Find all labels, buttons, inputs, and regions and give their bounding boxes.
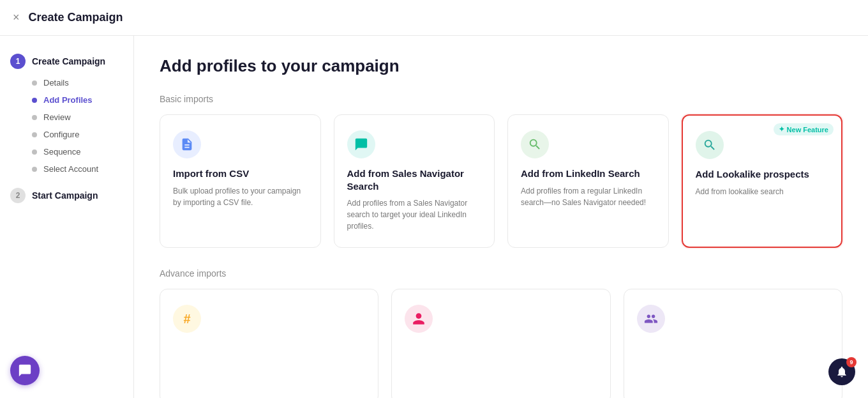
step-2-header: 2 Start Campaign	[0, 183, 133, 208]
new-feature-text: New Feature	[787, 126, 828, 134]
notification-badge: 9	[846, 357, 857, 367]
chat-bubble-icon	[354, 137, 368, 151]
add-profiles-dot	[32, 98, 37, 103]
top-header: × Create Campaign	[0, 0, 868, 36]
card-lookalike[interactable]: ✦ New Feature Add Lookalike prospects Ad…	[682, 114, 843, 248]
hashtag-icon: #	[173, 305, 201, 333]
sequence-label: Sequence	[43, 147, 81, 157]
csv-card-title: Import from CSV	[173, 167, 308, 180]
step-1-label: Create Campaign	[32, 56, 105, 66]
details-dot	[32, 80, 37, 86]
sales-nav-card-desc: Add profiles from a Sales Navigator sear…	[347, 197, 482, 232]
close-icon[interactable]: ×	[13, 11, 20, 24]
select-account-dot	[32, 167, 37, 172]
basic-imports-grid: Import from CSV Bulk upload profiles to …	[160, 114, 842, 248]
card-hashtag[interactable]: #	[160, 289, 378, 398]
advance-imports-label: Advance imports	[160, 268, 842, 279]
card-csv[interactable]: Import from CSV Bulk upload profiles to …	[160, 114, 321, 248]
new-feature-badge: ✦ New Feature	[774, 123, 834, 135]
add-profiles-label: Add Profiles	[43, 95, 93, 105]
lookalike-card-desc: Add from lookalike search	[696, 186, 829, 197]
search-icon	[528, 137, 542, 151]
lookalike-search-icon	[703, 138, 717, 152]
step-2-label: Start Campaign	[32, 190, 98, 201]
linkedin-search-icon	[521, 130, 549, 158]
linkedin-card-title: Add from LinkedIn Search	[521, 167, 655, 180]
bell-icon	[835, 365, 848, 378]
page-title: Add profiles to your campaign	[160, 56, 842, 76]
lookalike-card-title: Add Lookalike prospects	[696, 168, 829, 181]
sidebar-item-details[interactable]: Details	[32, 74, 133, 91]
advance-2-icon	[405, 305, 433, 333]
group-icon	[644, 312, 658, 326]
lookalike-icon	[696, 131, 724, 159]
sidebar-item-add-profiles[interactable]: Add Profiles	[32, 91, 133, 109]
sidebar: 1 Create Campaign Details Add Profiles R…	[0, 36, 134, 398]
step-2-number: 2	[10, 188, 26, 203]
configure-dot	[32, 132, 37, 137]
advance-3-icon	[637, 305, 665, 333]
csv-icon	[173, 130, 201, 158]
select-account-label: Select Account	[43, 164, 98, 174]
step-1-group: 1 Create Campaign Details Add Profiles R…	[0, 49, 133, 178]
configure-label: Configure	[43, 130, 79, 139]
card-advance-2[interactable]	[391, 289, 610, 398]
step-2-group: 2 Start Campaign	[0, 183, 133, 208]
sidebar-item-configure[interactable]: Configure	[32, 126, 133, 143]
star-icon: ✦	[779, 125, 784, 134]
step-1-header: 1 Create Campaign	[0, 49, 133, 74]
basic-imports-label: Basic imports	[160, 94, 842, 104]
sequence-dot	[32, 149, 37, 155]
notification-bell-button[interactable]: 9	[828, 358, 855, 385]
sidebar-item-sequence[interactable]: Sequence	[32, 143, 133, 160]
card-advance-3[interactable]	[624, 289, 842, 398]
chat-icon	[18, 364, 32, 378]
header-title: Create Campaign	[29, 11, 123, 24]
main-layout: 1 Create Campaign Details Add Profiles R…	[0, 36, 868, 398]
person-icon	[412, 312, 426, 326]
review-dot	[32, 115, 37, 120]
card-linkedin-search[interactable]: Add from LinkedIn Search Add profiles fr…	[507, 114, 669, 248]
sidebar-item-select-account[interactable]: Select Account	[32, 160, 133, 178]
details-label: Details	[43, 78, 69, 88]
card-sales-navigator[interactable]: Add from Sales Navigator Search Add prof…	[334, 114, 495, 248]
sales-nav-card-title: Add from Sales Navigator Search	[347, 167, 482, 192]
advance-imports-grid: #	[160, 289, 842, 398]
chat-bubble-button[interactable]	[10, 356, 40, 385]
content-area: Add profiles to your campaign Basic impo…	[134, 36, 868, 398]
step-1-number: 1	[10, 54, 26, 69]
csv-card-desc: Bulk upload profiles to your campaign by…	[173, 185, 308, 208]
sales-nav-icon	[347, 130, 375, 158]
linkedin-card-desc: Add profiles from a regular LinkedIn sea…	[521, 185, 655, 208]
sidebar-item-review[interactable]: Review	[32, 109, 133, 126]
step-1-sub-items: Details Add Profiles Review Configure	[0, 74, 133, 178]
review-label: Review	[43, 112, 71, 122]
csv-file-icon	[180, 137, 194, 151]
